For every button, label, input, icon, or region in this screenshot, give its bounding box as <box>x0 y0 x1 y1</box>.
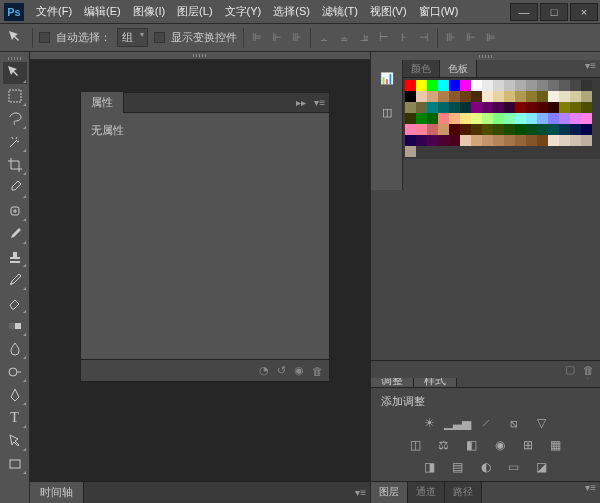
align-icon-1[interactable]: ⊫ <box>250 31 264 45</box>
reset-icon[interactable]: ↺ <box>277 364 286 377</box>
swatch[interactable] <box>515 102 526 113</box>
swatch[interactable] <box>416 124 427 135</box>
swatch[interactable] <box>570 135 581 146</box>
swatch[interactable] <box>559 135 570 146</box>
panel-collapse-icon[interactable]: ▸▸ <box>292 97 310 108</box>
color-tab[interactable]: 颜色 <box>403 60 440 77</box>
eraser-tool[interactable] <box>3 292 27 314</box>
histogram-icon[interactable]: 📊 <box>375 66 399 90</box>
blur-tool[interactable] <box>3 338 27 360</box>
menu-window[interactable]: 窗口(W) <box>413 1 465 22</box>
align-left-icon[interactable]: ⊢ <box>377 31 391 45</box>
marquee-tool[interactable] <box>3 85 27 107</box>
stamp-tool[interactable] <box>3 246 27 268</box>
swatch[interactable] <box>438 102 449 113</box>
swatch[interactable] <box>504 80 515 91</box>
swatch[interactable] <box>427 80 438 91</box>
channels-tab[interactable]: 通道 <box>408 482 445 503</box>
swatch[interactable] <box>548 102 559 113</box>
swatch[interactable] <box>438 80 449 91</box>
swatch[interactable] <box>548 135 559 146</box>
swatch[interactable] <box>548 80 559 91</box>
swatch[interactable] <box>449 102 460 113</box>
toolbar-grip[interactable] <box>0 54 29 62</box>
swatch[interactable] <box>405 135 416 146</box>
swatch[interactable] <box>482 113 493 124</box>
swatch[interactable] <box>537 124 548 135</box>
invert-icon[interactable]: ◨ <box>421 459 439 475</box>
menu-edit[interactable]: 编辑(E) <box>78 1 127 22</box>
swatch[interactable] <box>581 124 592 135</box>
swatch[interactable] <box>471 80 482 91</box>
swatch[interactable] <box>460 113 471 124</box>
swatch[interactable] <box>504 124 515 135</box>
exposure-icon[interactable]: ⧅ <box>505 415 523 431</box>
threshold-icon[interactable]: ◐ <box>477 459 495 475</box>
swatch[interactable] <box>559 80 570 91</box>
swatch[interactable] <box>493 102 504 113</box>
swatch[interactable] <box>460 135 471 146</box>
swatch[interactable] <box>482 91 493 102</box>
close-button[interactable]: × <box>570 3 598 21</box>
bw-icon[interactable]: ◧ <box>463 437 481 453</box>
curves-icon[interactable]: ⟋ <box>477 415 495 431</box>
paths-tab[interactable]: 路径 <box>445 482 482 503</box>
swatch[interactable] <box>405 102 416 113</box>
levels-icon[interactable]: ▁▃▅ <box>449 415 467 431</box>
gradient-tool[interactable] <box>3 315 27 337</box>
swatch[interactable] <box>427 135 438 146</box>
swatches-tab[interactable]: 色板 <box>440 60 477 77</box>
timeline-tab[interactable]: 时间轴 <box>30 482 84 503</box>
swatch[interactable] <box>559 102 570 113</box>
swatch[interactable] <box>548 91 559 102</box>
color-balance-icon[interactable]: ⚖ <box>435 437 453 453</box>
swatch[interactable] <box>405 91 416 102</box>
swatch[interactable] <box>405 124 416 135</box>
swatch[interactable] <box>438 124 449 135</box>
swatches-menu-icon[interactable]: ▾≡ <box>581 60 600 77</box>
swatch[interactable] <box>515 80 526 91</box>
swatch[interactable] <box>504 102 515 113</box>
swatch[interactable] <box>515 124 526 135</box>
swatch[interactable] <box>449 91 460 102</box>
swatch[interactable] <box>449 124 460 135</box>
align-icon-3[interactable]: ⊪ <box>290 31 304 45</box>
posterize-icon[interactable]: ▤ <box>449 459 467 475</box>
distribute-icon-2[interactable]: ⊩ <box>464 31 478 45</box>
dodge-tool[interactable] <box>3 361 27 383</box>
swatch[interactable] <box>504 135 515 146</box>
group-select[interactable]: 组 <box>117 28 148 47</box>
swatch[interactable] <box>438 113 449 124</box>
swatch[interactable] <box>460 124 471 135</box>
distribute-icon-3[interactable]: ⊫ <box>484 31 498 45</box>
swatch[interactable] <box>471 124 482 135</box>
swatch[interactable] <box>537 80 548 91</box>
align-hcenter-icon[interactable]: ⊦ <box>397 31 411 45</box>
swatch[interactable] <box>482 102 493 113</box>
center-grip[interactable] <box>30 52 370 60</box>
align-icon-2[interactable]: ⊩ <box>270 31 284 45</box>
swatch[interactable] <box>449 135 460 146</box>
move-tool[interactable] <box>3 62 27 84</box>
swatch[interactable] <box>427 124 438 135</box>
vibrance-icon[interactable]: ▽ <box>533 415 551 431</box>
color-lookup-icon[interactable]: ▦ <box>547 437 565 453</box>
rectangle-tool[interactable] <box>3 453 27 475</box>
menu-layer[interactable]: 图层(L) <box>171 1 218 22</box>
eyedropper-tool[interactable] <box>3 177 27 199</box>
swatch[interactable] <box>526 124 537 135</box>
photo-filter-icon[interactable]: ◉ <box>491 437 509 453</box>
pen-tool[interactable] <box>3 384 27 406</box>
move-tool-icon[interactable] <box>6 28 26 48</box>
swatch[interactable] <box>438 91 449 102</box>
menu-type[interactable]: 文字(Y) <box>219 1 268 22</box>
swatch[interactable] <box>427 102 438 113</box>
swatch[interactable] <box>493 113 504 124</box>
hue-icon[interactable]: ◫ <box>407 437 425 453</box>
swatch[interactable] <box>504 91 515 102</box>
swatch[interactable] <box>537 135 548 146</box>
swatch[interactable] <box>416 135 427 146</box>
distribute-icon-1[interactable]: ⊪ <box>444 31 458 45</box>
swatch[interactable] <box>526 102 537 113</box>
brightness-icon[interactable]: ☀ <box>421 415 439 431</box>
